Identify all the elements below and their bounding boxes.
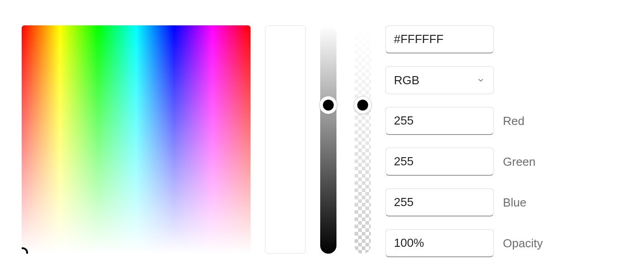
thumb-dot-icon [357,100,368,111]
opacity-field-row: Opacity [385,229,543,257]
color-area[interactable] [22,25,251,254]
format-select[interactable]: RGB [385,66,494,94]
green-field-row: Green [385,148,543,176]
lightness-track [320,25,336,254]
blue-field-row: Blue [385,188,543,216]
hex-field-row [385,25,543,53]
red-field-row: Red [385,107,543,135]
red-input[interactable] [385,107,494,135]
slider-group [320,25,371,254]
alpha-slider[interactable] [355,25,371,254]
blue-label: Blue [503,196,526,210]
alpha-thumb[interactable] [354,96,372,114]
thumb-dot-icon [323,100,334,111]
format-select-value: RGB [394,73,419,87]
opacity-label: Opacity [503,236,543,250]
color-picker: RGB Red Green Blue Opacity [22,25,622,257]
color-area-thumb[interactable] [22,247,28,254]
red-label: Red [503,114,525,128]
green-label: Green [503,155,535,169]
chevron-down-icon [476,76,485,85]
hex-input[interactable] [385,25,494,53]
alpha-track [355,25,371,254]
blue-input[interactable] [385,188,494,216]
opacity-input[interactable] [385,229,494,257]
fields-column: RGB Red Green Blue Opacity [385,25,543,257]
lightness-slider[interactable] [320,25,336,254]
format-field-row: RGB [385,66,543,94]
color-swatch [265,25,306,254]
lightness-thumb[interactable] [319,96,337,114]
green-input[interactable] [385,148,494,176]
